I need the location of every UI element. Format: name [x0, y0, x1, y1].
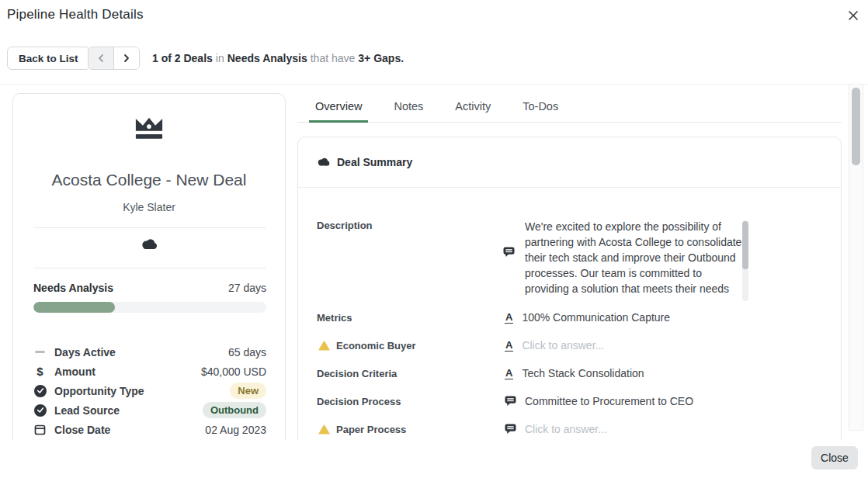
tab-bar: Overview Notes Activity To-Dos [297, 100, 842, 123]
summary-divider [298, 187, 841, 188]
row-placeholder: Click to answer... [522, 339, 604, 352]
row-label: Paper Process [336, 424, 406, 435]
row-value: 100% Communication Capture [522, 311, 670, 324]
description-scrollbar [742, 220, 748, 301]
summary-row-decision-criteria: Decision Criteria A Tech Stack Consolida… [317, 367, 824, 379]
field-value: 02 Aug 2023 [205, 424, 266, 436]
description-value[interactable]: We're excited to explore the possibility… [525, 219, 743, 300]
stage-row: Needs Analysis 27 days [33, 282, 266, 294]
field-label: Days Active [54, 346, 228, 358]
main-scrollbar[interactable] [849, 85, 863, 431]
tab-activity[interactable]: Activity [449, 100, 497, 123]
check-circle-icon [33, 385, 47, 397]
field-label: Opportunity Type [54, 385, 230, 397]
deal-pager [88, 47, 140, 70]
row-label: Economic Buyer [336, 340, 416, 352]
summary-row-decision-process: Decision Process Committee to Procuremen… [317, 395, 824, 407]
stage-duration: 27 days [228, 282, 266, 294]
row-label: Decision Process [317, 396, 401, 407]
description-scrollbar-thumb[interactable] [742, 221, 748, 269]
tab-todos[interactable]: To-Dos [516, 100, 564, 123]
prev-deal-button[interactable] [89, 47, 113, 69]
field-row-amount: $ Amount $40,000 USD [33, 362, 266, 381]
row-label: Metrics [317, 312, 352, 324]
dash-icon [33, 351, 47, 353]
economic-buyer-answer[interactable]: A Click to answer... [505, 339, 604, 352]
page-title: Pipeline Health Details [7, 7, 144, 23]
card-divider [33, 268, 266, 268]
text-answer-icon: A [505, 312, 513, 324]
tab-overview[interactable]: Overview [309, 100, 368, 123]
warning-icon [318, 424, 330, 435]
content-area: Acosta College - New Deal Kyle Slater Ne… [0, 85, 868, 440]
summary-row-economic-buyer: Economic Buyer A Click to answer... [317, 339, 824, 352]
field-row-close-date: Close Date 02 Aug 2023 [33, 420, 266, 439]
comment-icon [505, 424, 516, 435]
deal-summary-card: Deal Summary Description We're excited t… [297, 137, 842, 440]
deal-summary-title: Deal Summary [337, 156, 412, 168]
close-button[interactable]: Close [811, 446, 858, 469]
stage-name: Needs Analysis [33, 282, 113, 294]
warning-icon [318, 341, 330, 351]
description-label: Description [317, 220, 373, 231]
close-icon-button[interactable] [845, 7, 862, 24]
calendar-icon [33, 424, 47, 435]
comment-icon [503, 247, 515, 258]
chevron-right-icon [123, 54, 130, 63]
close-icon [848, 10, 859, 21]
lead-source-badge: Outbound [203, 402, 266, 418]
counter-in: in [216, 52, 224, 64]
stage-progress-fill [33, 302, 115, 313]
field-value: 65 days [228, 346, 266, 358]
counter-connector: that have [311, 52, 356, 64]
deal-card: Acosta College - New Deal Kyle Slater Ne… [12, 93, 286, 440]
opportunity-type-badge: New [230, 383, 266, 399]
main-scrollbar-thumb[interactable] [852, 88, 860, 165]
counter-count: 1 of 2 Deals [152, 52, 213, 64]
deal-summary-header: Deal Summary [317, 137, 412, 187]
decision-criteria-answer[interactable]: A Tech Stack Consolidation [505, 367, 644, 379]
field-label: Amount [54, 365, 201, 378]
crown-icon [134, 115, 164, 140]
pipeline-health-modal: Pipeline Health Details Back to List 1 o… [0, 0, 868, 478]
next-deal-button[interactable] [114, 47, 139, 69]
row-value: Tech Stack Consolidation [522, 367, 644, 379]
deal-fields: Days Active 65 days $ Amount $40,000 USD… [33, 342, 266, 439]
deal-counter: 1 of 2 Deals in Needs Analysis that have… [152, 47, 404, 70]
counter-gaps: 3+ Gaps. [358, 52, 404, 64]
chevron-left-icon [97, 54, 105, 63]
field-row-lead-source: Lead Source Outbound [33, 400, 266, 420]
summary-row-metrics: Metrics A 100% Communication Capture [317, 311, 824, 324]
comment-icon [505, 396, 516, 407]
paper-process-answer[interactable]: Click to answer... [505, 423, 607, 435]
back-to-list-button[interactable]: Back to List [7, 47, 90, 70]
counter-stage: Needs Analysis [227, 52, 307, 64]
dollar-icon: $ [33, 365, 47, 378]
deal-title: Acosta College - New Deal [13, 171, 285, 189]
metrics-answer[interactable]: A 100% Communication Capture [505, 311, 670, 324]
check-circle-icon [33, 404, 47, 417]
cloud-icon [317, 158, 330, 167]
tab-notes[interactable]: Notes [387, 100, 429, 123]
row-label: Decision Criteria [317, 368, 397, 379]
decision-process-answer[interactable]: Committee to Procurement to CEO [505, 395, 693, 407]
field-row-opportunity-type: Opportunity Type New [33, 381, 266, 400]
stage-progress-bar [33, 302, 266, 313]
text-answer-icon: A [505, 368, 513, 379]
row-value: Committee to Procurement to CEO [525, 395, 693, 407]
field-row-days-active: Days Active 65 days [33, 342, 266, 362]
text-answer-icon: A [505, 340, 513, 352]
field-value: $40,000 USD [201, 365, 266, 378]
card-divider [33, 227, 266, 228]
deal-owner: Kyle Slater [13, 201, 285, 213]
summary-row-paper-process: Paper Process Click to answer... [317, 423, 824, 435]
field-label: Close Date [54, 424, 205, 436]
row-placeholder: Click to answer... [525, 423, 607, 435]
salesforce-cloud-icon [141, 238, 158, 251]
field-label: Lead Source [54, 404, 203, 417]
